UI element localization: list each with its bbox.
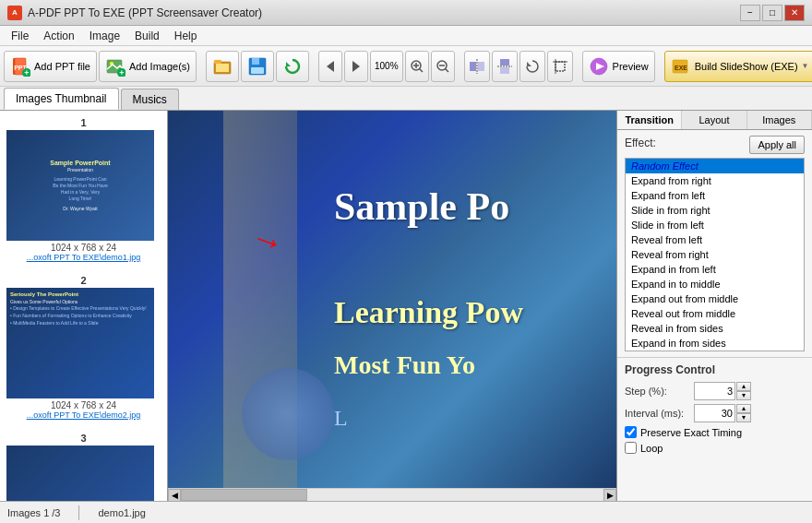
effect-list-item[interactable]: Expand from left [626,188,804,203]
h-scrollbar[interactable]: ◀ ▶ [168,488,616,501]
step-spinner[interactable]: ▴ ▾ [694,382,751,400]
toolbar: PPT+ Add PPT file + Add Image(s) 100% [0,46,812,87]
effect-list-item[interactable]: Reveal from right [626,247,804,262]
thumbnail-scroll[interactable]: 1 Sample PowerPoint Presentation Learnin… [0,111,167,501]
menu-help[interactable]: Help [167,28,205,44]
effect-list-item[interactable]: Slide in from right [626,203,804,218]
apply-all-button[interactable]: Apply all [749,136,805,154]
save-icon [247,56,268,77]
refresh-button[interactable] [276,51,309,82]
build-dropdown-arrow[interactable]: ▼ [802,62,809,70]
slide-text-sub3: L [334,406,348,431]
svg-marker-16 [352,61,360,72]
minimize-button[interactable]: − [740,5,760,21]
flip-v-button[interactable] [492,51,518,82]
build-slideshow-button[interactable]: EXE Build SlideShow (EXE) ▼ [664,51,812,82]
app-icon: A [7,6,22,20]
effect-list[interactable]: Random EffectExpand from rightExpand fro… [625,158,805,351]
preview-button[interactable]: Preview [582,51,655,82]
loop-row: Loop [625,442,805,454]
effect-list-item[interactable]: Reveal out from middle [626,306,804,321]
right-tab-layout[interactable]: Layout [682,111,746,129]
zoom-out-button[interactable] [431,51,455,82]
title-bar: A A-PDF PPT To EXE (PPT Screensaver Crea… [0,0,812,26]
save-button[interactable] [241,51,274,82]
loop-checkbox[interactable] [625,442,637,454]
crop-button[interactable] [547,51,573,82]
svg-text:EXE: EXE [675,65,687,71]
interval-down-button[interactable]: ▾ [736,413,751,422]
thumb-path-2[interactable]: ...oxoft PPT To EXE\demo2.jpg [6,410,161,420]
add-image-label: Add Image(s) [129,61,190,72]
add-ppt-button[interactable]: PPT+ Add PPT file [4,51,97,82]
list-item[interactable]: 3 [4,430,163,501]
effect-list-item[interactable]: Unroll from left [626,351,804,351]
thumb-bullet-1: • Design Templates to Create Effective P… [10,305,147,311]
slide-preview-container: Sample Po → Learning Pow Most Fun Yo L ◀… [168,111,616,501]
zoom-prev-button[interactable] [318,51,342,82]
open-icon [212,56,233,77]
menu-build[interactable]: Build [127,28,167,44]
interval-spinner[interactable]: ▴ ▾ [694,404,751,422]
effect-list-item[interactable]: Reveal from left [626,232,804,247]
right-tab-images[interactable]: Images [747,111,812,129]
slide-content: Sample Po → Learning Pow Most Fun Yo L [168,111,616,488]
slide-text-sub: Learning Pow [334,295,523,330]
scroll-right-btn[interactable]: ▶ [603,489,616,502]
open-button[interactable] [206,51,239,82]
maximize-button[interactable]: □ [762,5,782,21]
step-down-button[interactable]: ▾ [736,391,751,400]
svg-rect-27 [500,59,509,65]
title-text: A-PDF PPT To EXE (PPT Screensaver Creato… [28,6,262,19]
build-slideshow-icon: EXE [671,56,691,77]
menu-file[interactable]: File [4,28,36,44]
effect-list-item[interactable]: Expand out from middle [626,291,804,306]
scrollbar-track [181,489,603,501]
svg-rect-10 [214,60,221,64]
effect-list-item[interactable]: Slide in from left [626,218,804,232]
list-item[interactable]: 1 Sample PowerPoint Presentation Learnin… [4,114,163,265]
step-input[interactable] [694,382,735,400]
zoom-in-button[interactable] [405,51,429,82]
slide-circle [242,368,334,460]
effect-list-item[interactable]: Expand in to middle [626,277,804,291]
thumb-image-3 [6,446,154,501]
thumb-path-1[interactable]: ...oxoft PPT To EXE\demo1.jpg [6,253,161,262]
preserve-checkbox[interactable] [625,426,637,438]
add-image-icon: + [105,56,125,77]
effect-list-item[interactable]: Reveal in from sides [626,321,804,336]
step-row: Step (%): ▴ ▾ [625,382,805,400]
tab-musics[interactable]: Musics [121,89,179,110]
menu-action[interactable]: Action [36,28,81,44]
scrollbar-thumb[interactable] [181,489,307,501]
right-tab-transition[interactable]: Transition [617,111,682,129]
effect-label: Effect: [625,137,656,149]
effect-list-item[interactable]: Random Effect [626,159,804,173]
close-button[interactable]: ✕ [784,5,805,21]
progress-title: Progress Control [625,363,805,376]
svg-rect-30 [555,62,565,71]
slide-text-main: Sample Po [334,184,509,229]
status-separator [78,505,79,520]
thumbnail-panel: 1 Sample PowerPoint Presentation Learnin… [0,111,168,501]
zoom-next-button[interactable] [344,51,368,82]
svg-rect-25 [478,62,484,71]
zoom-fit-button[interactable]: 100% [370,51,403,82]
tab-images-thumbnail[interactable]: Images Thumbnail [4,88,119,110]
thumb-image-1: Sample PowerPoint Presentation Learning … [6,130,154,241]
menu-image[interactable]: Image [82,28,127,44]
rotate-button[interactable] [519,51,545,82]
effect-list-item[interactable]: Expand in from sides [626,336,804,351]
interval-up-button[interactable]: ▴ [736,404,751,413]
effect-list-item[interactable]: Expand in from left [626,262,804,277]
effect-list-item[interactable]: Expand from right [626,173,804,188]
interval-label: Interval (ms): [625,408,694,419]
flip-h-button[interactable] [464,51,490,82]
status-bar: Images 1 /3 demo1.jpg [0,501,812,523]
step-up-button[interactable]: ▴ [736,382,751,391]
interval-input[interactable] [694,404,735,422]
add-image-button[interactable]: + Add Image(s) [99,51,197,82]
scroll-left-btn[interactable]: ◀ [168,489,181,502]
list-item[interactable]: 2 Seriously The PowerPoint Gives us Some… [4,272,163,422]
thumb-dimensions-1: 1024 x 768 x 24 [6,243,161,253]
